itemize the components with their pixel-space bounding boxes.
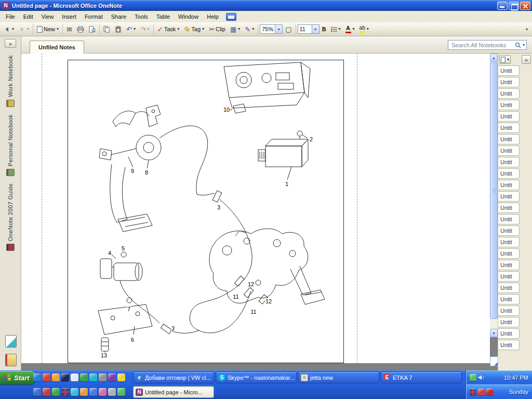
forward-button[interactable]: ▾ (17, 23, 31, 35)
page-tab[interactable]: Untit (498, 283, 520, 293)
menu-window[interactable]: Window (174, 11, 203, 22)
page-tab[interactable]: Untit (498, 237, 520, 247)
quicklaunch-icon-7[interactable] (89, 374, 97, 381)
quicklaunch-icon-5[interactable] (71, 374, 78, 381)
copy-button[interactable] (101, 23, 112, 35)
page-tab[interactable]: Untit (498, 134, 520, 144)
quicklaunch2-icon-8[interactable] (99, 388, 107, 396)
page-tab[interactable]: Untit (498, 168, 520, 179)
page-tab[interactable]: Untit (498, 260, 520, 270)
pen-button[interactable]: ✎▾ (243, 23, 256, 35)
minimize-button[interactable] (497, 2, 508, 10)
close-button[interactable] (520, 2, 530, 10)
alert-icon[interactable] (486, 389, 493, 395)
page-tab[interactable]: Untit (498, 145, 520, 156)
quicklaunch-icon-10[interactable] (117, 374, 125, 381)
page-tab[interactable]: Untit (498, 180, 520, 190)
page-tab[interactable]: Untit (498, 77, 520, 87)
taskbar-button[interactable]: SSkype™ - naslonamakar... (216, 371, 297, 383)
page-tab[interactable]: Untit (498, 294, 520, 304)
menu-tools[interactable]: Tools (130, 11, 152, 22)
menu-insert[interactable]: Insert (58, 11, 81, 22)
page-tab[interactable]: Untit (498, 248, 520, 259)
search-input[interactable]: Search All Notebooks (451, 42, 515, 48)
page-tab[interactable]: Untit (498, 111, 520, 122)
page-tab[interactable]: Untit (498, 225, 520, 236)
page-tab[interactable]: Untit (498, 203, 520, 213)
bullets-button[interactable]: ▾ (329, 23, 343, 35)
page-tab[interactable]: Untit (498, 123, 520, 133)
search-box[interactable]: Search All Notebooks ▾ (448, 40, 527, 50)
search-scope-dropdown-icon[interactable]: ▾ (523, 43, 525, 47)
page-tab[interactable]: Untit (498, 191, 520, 202)
quicklaunch2-icon-7[interactable] (89, 388, 97, 396)
page-tab[interactable]: Untit (498, 271, 520, 282)
page-tab[interactable]: Untit (498, 88, 520, 99)
maximize-button[interactable] (509, 2, 519, 10)
undo-button[interactable]: ↶▾ (124, 23, 138, 35)
toolbar-options-button[interactable]: ▾ (523, 23, 530, 35)
highlight-button[interactable]: ab▾ (357, 23, 371, 35)
redo-button[interactable]: ↷▾ (138, 23, 152, 35)
zoom-combobox[interactable]: 75% ▾ (260, 24, 283, 34)
menu-edit[interactable]: Edit (19, 11, 37, 22)
quicklaunch-icon-9[interactable] (108, 374, 116, 381)
font-size-dropdown-icon[interactable]: ▾ (312, 25, 319, 33)
page-tab[interactable]: Untit (498, 340, 520, 350)
quicklaunch-icon-3[interactable] (52, 374, 60, 381)
titlebar[interactable]: N Untitled page - Microsoft Office OneNo… (0, 0, 532, 11)
all-notebooks-icon[interactable] (5, 335, 17, 348)
page-tab[interactable]: Untit (498, 317, 520, 327)
task-button[interactable]: ✓ Task▾ (155, 23, 182, 35)
zoom-dropdown-icon[interactable]: ▾ (275, 25, 282, 33)
taskbar-button-active[interactable]: N Untitled page - Micro... (133, 386, 214, 398)
volume-icon[interactable] (478, 374, 485, 381)
menu-table[interactable]: Table (152, 11, 174, 22)
start-button[interactable]: Start (0, 371, 35, 384)
quicklaunch2-icon-9[interactable] (108, 388, 116, 396)
menu-view[interactable]: View (37, 11, 58, 22)
quicklaunch2-icon-6[interactable] (80, 388, 88, 396)
quicklaunch2-icon-1[interactable] (33, 388, 41, 396)
page-tab[interactable]: Untit (498, 65, 520, 76)
page-tab[interactable]: Untit (498, 328, 520, 339)
taskbar-button[interactable]: EETKA 7 (381, 371, 462, 383)
page-tab[interactable]: Untit (498, 214, 520, 224)
taskbar-button[interactable]: ≡jetta new (298, 371, 379, 383)
quicklaunch2-icon-10[interactable] (117, 388, 125, 396)
language-bar-icon[interactable] (226, 13, 236, 21)
insert-table-button[interactable]: ▦▾ (228, 23, 242, 35)
back-button[interactable]: ▾ (2, 23, 16, 35)
menu-share[interactable]: Share (107, 11, 130, 22)
quicklaunch-icon-2[interactable] (43, 374, 50, 381)
scroll-up-button[interactable]: ▲ (490, 54, 498, 62)
scroll-down-button[interactable]: ▼ (490, 329, 498, 337)
tray-app-icon[interactable] (470, 374, 476, 381)
quicklaunch-icon-6[interactable] (80, 374, 88, 381)
quicklaunch2-icon-4[interactable] (61, 388, 69, 396)
sidebar-notebook[interactable]: OneNote 2007 Guide (0, 183, 21, 251)
sidebar-notebook[interactable]: Work Notebook (0, 55, 21, 107)
print-button[interactable] (75, 23, 86, 35)
paste-button[interactable] (113, 23, 124, 35)
vertical-scrollbar[interactable]: ▲ ▼ (490, 54, 498, 337)
antivirus-icon[interactable] (478, 389, 485, 395)
scrollbar-thumb[interactable] (490, 62, 498, 319)
clip-button[interactable]: ✂ Clip (207, 23, 228, 35)
menu-help[interactable]: Help (203, 11, 223, 22)
page-tab[interactable]: Untit (498, 157, 520, 167)
menu-format[interactable]: Format (81, 11, 107, 22)
next-page-nav-icon[interactable] (490, 356, 498, 366)
font-color-button[interactable]: A▾ (343, 23, 357, 35)
bold-button[interactable]: B (320, 23, 328, 35)
quicklaunch-icon-8[interactable] (99, 374, 107, 381)
page-tab[interactable]: Untit (498, 305, 520, 316)
full-page-view-button[interactable]: ▢ (283, 23, 294, 35)
page-tab[interactable]: Untit (498, 100, 520, 110)
taskbar-button[interactable]: eДобави отговор | VW cl... (133, 371, 214, 383)
tab-unfiled-notes[interactable]: Unfiled Notes (30, 41, 84, 54)
quicklaunch2-icon-5[interactable] (71, 388, 78, 396)
quicklaunch2-icon-2[interactable] (43, 388, 50, 396)
expand-sidebar-button[interactable]: » (5, 39, 16, 48)
tag-button[interactable]: Tag▾ (182, 23, 206, 35)
